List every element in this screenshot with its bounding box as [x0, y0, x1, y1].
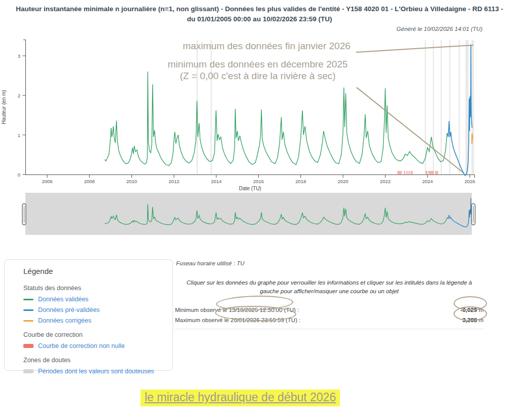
legend-label-correction: Courbe de correction non nulle [38, 342, 125, 349]
page: { "header": { "title": "Hauteur instanta… [0, 0, 519, 420]
legend-section-doutes: Zones de doutes [23, 357, 165, 364]
navigator-track[interactable] [25, 193, 472, 235]
x-tick-label: 2010 [126, 179, 137, 184]
correction-period-bar [397, 171, 402, 174]
legend-swatch-corrigees [23, 320, 33, 322]
timezone-note: Fuseau horaire utilisé : TU [176, 260, 483, 266]
correction-period-bar [404, 171, 405, 174]
legend-label-corrigees: Données corrigées [38, 317, 91, 324]
y-tick-label: 2 [18, 93, 20, 98]
annotation-min-line2: (Z = 0,00 c'est à dire la rivière à sec) [151, 71, 364, 82]
y-tick-label: 0 [18, 172, 20, 178]
legend-swatch-validees [23, 299, 33, 300]
legend-panel: Légende Statuts des données Données vali… [4, 259, 173, 371]
doubt-zone-band [471, 40, 474, 174]
doubt-zone-band [433, 40, 434, 174]
legend-swatch-doutes [23, 369, 33, 373]
x-tick-label: 2018 [295, 179, 306, 184]
correction-period-bar [410, 171, 412, 174]
legend-item-corrigees[interactable]: Données corrigées [23, 317, 165, 324]
x-axis-label: Date (TU) [239, 186, 261, 191]
legend-title: Légende [23, 267, 165, 275]
annotation-max-label: maximum des données fin janvier 2026 [171, 41, 362, 52]
instruction-note: Cliquer sur les données du graphe pour v… [180, 278, 478, 296]
legend-section-correction: Courbe de correction [23, 331, 165, 338]
y-tick-label: 1 [18, 132, 20, 138]
x-tick-label: 2012 [168, 179, 179, 184]
legend-item-doutes[interactable]: Périodes dont les valeurs sont douteuses [23, 368, 165, 375]
annotation-line-min [357, 87, 464, 173]
correction-period-bar [435, 171, 438, 174]
divider [175, 329, 483, 329]
legend-item-prevalidees[interactable]: Données pré-validées [23, 306, 165, 313]
annotation-min-line1: minimum des données en décembre 2025 [151, 59, 364, 71]
legend-item-validees[interactable]: Données validées [23, 296, 165, 303]
legend-label-doutes: Périodes dont les valeurs sont douteuses [38, 368, 154, 375]
y-axis-label: Hauteur (en m) [1, 90, 7, 124]
info-panel: Fuseau horaire utilisé : TU Cliquer sur … [175, 256, 483, 329]
legend-swatch-prevalidees [23, 309, 33, 311]
correction-period-bar [408, 171, 410, 174]
correction-period-bar [428, 171, 434, 174]
legend-item-correction[interactable]: Courbe de correction non nulle [23, 342, 165, 349]
legend-section-statuts: Statuts des données [23, 285, 165, 292]
x-tick-label: 2022 [380, 179, 391, 184]
x-tick-label: 2024 [422, 179, 433, 184]
x-tick-label: 2014 [211, 179, 222, 184]
x-tick-label: 2026 [464, 179, 475, 184]
doubt-zone-band [449, 40, 451, 174]
legend-swatch-correction [23, 344, 33, 348]
y-tick-label: 3 [18, 53, 20, 59]
x-tick-label: 2020 [338, 179, 349, 184]
x-tick-label: 2016 [253, 179, 264, 184]
annotation-line-max [356, 45, 473, 52]
x-tick-label: 2008 [84, 179, 95, 184]
miracle-link[interactable]: le miracle hydraulique de début 2026 [141, 390, 340, 406]
correction-period-bar [406, 171, 408, 174]
legend-label-prevalidees: Données pré-validées [38, 306, 100, 313]
correction-period-bar [426, 171, 428, 174]
series-corrigees[interactable] [472, 133, 472, 144]
hydrograph-chart: 2006200820102012201420162018202020222024… [0, 0, 519, 241]
doubt-zone-band [459, 40, 460, 174]
x-tick-label: 2006 [42, 179, 52, 184]
annotation-min-label: minimum des données en décembre 2025 (Z … [151, 59, 364, 82]
legend-label-validees: Données validées [38, 296, 88, 303]
annotation-ellipse-max-value [454, 306, 487, 321]
